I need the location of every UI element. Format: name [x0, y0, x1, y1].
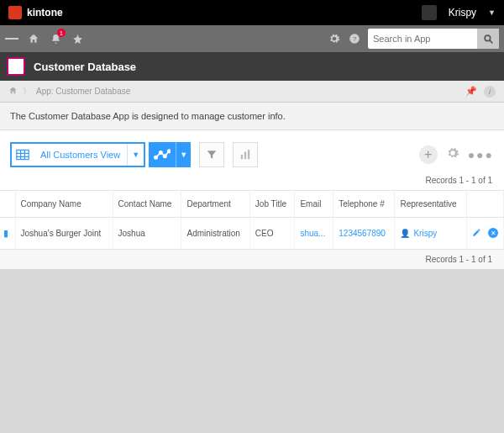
help-icon[interactable]: ? [348, 32, 361, 45]
svg-point-2 [485, 35, 491, 41]
settings-gear-icon[interactable] [446, 146, 459, 164]
app-description: The Customer Database App is designed to… [0, 103, 504, 130]
search-input[interactable] [368, 30, 477, 47]
search-field[interactable] [368, 29, 499, 49]
app-title: Customer Database [34, 61, 136, 73]
gear-icon[interactable] [328, 32, 341, 45]
svg-text:?: ? [353, 35, 356, 43]
person-icon: 👤 [400, 229, 410, 238]
filter-button[interactable] [199, 142, 224, 167]
chevron-down-icon[interactable]: ▼ [488, 8, 496, 17]
graph-button[interactable]: ▼ [149, 142, 191, 167]
record-detail-icon[interactable]: ▮ [3, 228, 8, 238]
graph-dropdown-icon[interactable]: ▼ [176, 142, 191, 167]
cell-rep[interactable]: Krispy [413, 229, 437, 238]
col-department[interactable]: Department [181, 191, 249, 218]
svg-line-3 [490, 40, 492, 43]
view-name: All Customers View [34, 144, 127, 166]
table-row[interactable]: ▮ Joshua's Burger Joint Joshua Administr… [0, 218, 504, 250]
cell-company: Joshua's Burger Joint [15, 218, 113, 250]
breadcrumb-home-icon[interactable] [8, 86, 18, 97]
app-icon [7, 57, 25, 76]
star-icon[interactable] [71, 32, 84, 45]
breadcrumb: 〉 App: Customer Database 📌 i [0, 81, 504, 103]
view-dropdown-icon[interactable]: ▼ [127, 144, 144, 166]
view-selector[interactable]: All Customers View ▼ [10, 142, 145, 167]
col-company[interactable]: Company Name [15, 191, 113, 218]
user-name[interactable]: Krispy [449, 7, 476, 18]
svg-rect-15 [248, 150, 249, 159]
svg-rect-14 [244, 152, 246, 160]
col-email[interactable]: Email [295, 191, 333, 218]
bar-chart-button[interactable] [233, 142, 258, 167]
records-count-bottom: Records 1 - 1 of 1 [0, 250, 504, 269]
col-phone[interactable]: Telephone # [333, 191, 395, 218]
empty-area [0, 269, 504, 433]
graph-line-icon [149, 149, 176, 161]
col-jobtitle[interactable]: Job Title [249, 191, 295, 218]
brand-logo-icon [8, 6, 22, 19]
home-icon[interactable] [27, 32, 40, 45]
col-rep[interactable]: Representative [395, 191, 467, 218]
more-options-icon[interactable]: ●●● [468, 148, 494, 161]
pin-icon[interactable]: 📌 [465, 86, 477, 97]
records-table: Company Name Contact Name Department Job… [0, 191, 504, 249]
cell-email[interactable]: shua... [295, 218, 333, 250]
list-view-icon [12, 144, 34, 166]
user-avatar-icon[interactable] [422, 5, 437, 20]
svg-rect-13 [241, 155, 243, 159]
info-icon[interactable]: i [484, 86, 496, 98]
delete-row-icon[interactable]: ✕ [488, 228, 498, 238]
menu-icon[interactable] [5, 32, 18, 45]
add-record-button[interactable]: + [419, 145, 438, 164]
cell-phone[interactable]: 1234567890 [333, 218, 395, 250]
brand-name: kintone [27, 7, 63, 18]
col-contact[interactable]: Contact Name [113, 191, 181, 218]
cell-contact: Joshua [113, 218, 181, 250]
records-count-top: Records 1 - 1 of 1 [0, 172, 504, 190]
notification-badge: 1 [57, 29, 66, 37]
breadcrumb-item[interactable]: App: Customer Database [36, 87, 130, 96]
breadcrumb-sep: 〉 [23, 86, 31, 98]
cell-title: CEO [249, 218, 295, 250]
notification-icon[interactable]: 1 [49, 32, 62, 45]
svg-rect-4 [17, 150, 29, 159]
cell-department: Administration [181, 218, 249, 250]
edit-row-icon[interactable] [472, 228, 481, 239]
search-button[interactable] [477, 29, 499, 49]
